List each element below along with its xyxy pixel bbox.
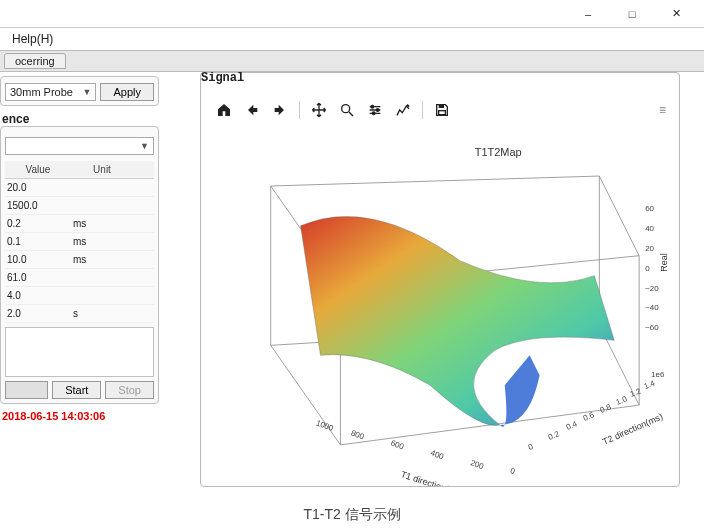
probe-combo-label: 30mm Probe xyxy=(10,86,73,98)
svg-text:60: 60 xyxy=(645,204,654,213)
menu-bar: Help(H) xyxy=(0,28,704,50)
chart-area[interactable]: T1T2Map xyxy=(201,125,679,486)
chart-title: T1T2Map xyxy=(475,146,522,158)
separator xyxy=(422,101,423,119)
tab-processing[interactable]: ocerring xyxy=(4,53,66,69)
stop-button[interactable]: Stop xyxy=(105,381,154,399)
right-panel: Signal ≡ T1T2Map xyxy=(170,72,700,478)
figure-caption: T1-T2 信号示例 xyxy=(0,506,704,524)
svg-text:1e6: 1e6 xyxy=(651,370,665,379)
svg-text:Real: Real xyxy=(659,253,669,271)
svg-point-1 xyxy=(371,105,374,108)
svg-text:0.4: 0.4 xyxy=(565,419,579,432)
home-icon[interactable] xyxy=(213,99,235,121)
svg-text:0: 0 xyxy=(645,264,650,273)
sequence-label: ence xyxy=(2,112,165,126)
svg-text:0.8: 0.8 xyxy=(599,402,613,415)
chevron-down-icon: ▼ xyxy=(83,87,92,97)
svg-text:800: 800 xyxy=(350,428,366,441)
svg-text:−20: −20 xyxy=(645,284,659,293)
table-row: 10.0ms xyxy=(5,251,154,269)
separator xyxy=(299,101,300,119)
table-row: 2.0s xyxy=(5,305,154,323)
svg-point-3 xyxy=(372,112,375,115)
left-panel: 30mm Probe ▼ Apply ence ▼ Value Unit 20.… xyxy=(0,72,165,478)
svg-text:0.2: 0.2 xyxy=(547,429,561,442)
back-icon[interactable] xyxy=(241,99,263,121)
param-table: 20.0 1500.0 0.2ms 0.1ms 10.0ms 61.0 4.0 … xyxy=(5,179,154,323)
svg-text:T1 direction(ms): T1 direction(ms) xyxy=(400,469,465,486)
table-row: 0.2ms xyxy=(5,215,154,233)
signal-label: Signal xyxy=(197,71,248,85)
close-button[interactable]: ✕ xyxy=(654,4,698,24)
signal-panel: Signal ≡ T1T2Map xyxy=(200,72,680,487)
save-icon[interactable] xyxy=(431,99,453,121)
sequence-combo[interactable]: ▼ xyxy=(5,137,154,155)
svg-text:−40: −40 xyxy=(645,303,659,312)
table-row: 61.0 xyxy=(5,269,154,287)
svg-text:1.0: 1.0 xyxy=(615,394,629,407)
svg-text:0: 0 xyxy=(527,442,535,452)
ribbon-tab-bar: ocerring xyxy=(0,50,704,72)
edit-icon[interactable] xyxy=(392,99,414,121)
hamburger-icon[interactable]: ≡ xyxy=(659,103,667,117)
start-button[interactable]: Start xyxy=(52,381,101,399)
th-value: Value xyxy=(5,161,71,178)
svg-text:20: 20 xyxy=(645,244,654,253)
minimize-button[interactable]: – xyxy=(566,4,610,24)
svg-text:1000: 1000 xyxy=(315,418,335,433)
svg-text:600: 600 xyxy=(390,438,406,451)
sequence-group: ▼ Value Unit 20.0 1500.0 0.2ms 0.1ms 10.… xyxy=(0,126,159,404)
window-titlebar: – □ ✕ xyxy=(0,0,704,28)
timestamp: 2018-06-15 14:03:06 xyxy=(0,410,165,422)
maximize-button[interactable]: □ xyxy=(610,4,654,24)
svg-text:1.4: 1.4 xyxy=(643,378,657,391)
blank-button[interactable] xyxy=(5,381,48,399)
svg-text:40: 40 xyxy=(645,224,654,233)
table-row: 1500.0 xyxy=(5,197,154,215)
svg-point-0 xyxy=(342,105,350,113)
table-row: 20.0 xyxy=(5,179,154,197)
table-row: 0.1ms xyxy=(5,233,154,251)
table-header: Value Unit xyxy=(5,161,154,179)
svg-rect-5 xyxy=(439,111,446,115)
th-unit: Unit xyxy=(71,161,133,178)
svg-text:400: 400 xyxy=(429,448,445,461)
notes-area[interactable] xyxy=(5,327,154,377)
apply-button[interactable]: Apply xyxy=(100,83,154,101)
svg-point-2 xyxy=(376,109,379,112)
probe-group: 30mm Probe ▼ Apply xyxy=(0,76,159,106)
pan-icon[interactable] xyxy=(308,99,330,121)
workspace: 30mm Probe ▼ Apply ence ▼ Value Unit 20.… xyxy=(0,72,704,478)
help-menu[interactable]: Help(H) xyxy=(6,32,59,46)
svg-text:−60: −60 xyxy=(645,323,659,332)
svg-text:0: 0 xyxy=(509,466,517,476)
configure-icon[interactable] xyxy=(364,99,386,121)
table-row: 4.0 xyxy=(5,287,154,305)
svg-text:200: 200 xyxy=(469,458,485,471)
surface-chart: T1T2Map xyxy=(201,125,679,486)
forward-icon[interactable] xyxy=(269,99,291,121)
svg-text:T2 direction(ms): T2 direction(ms) xyxy=(601,411,664,446)
chart-toolbar: ≡ xyxy=(213,97,667,123)
chevron-down-icon: ▼ xyxy=(140,141,149,151)
probe-combo[interactable]: 30mm Probe ▼ xyxy=(5,83,96,101)
zoom-icon[interactable] xyxy=(336,99,358,121)
svg-rect-4 xyxy=(439,105,444,108)
